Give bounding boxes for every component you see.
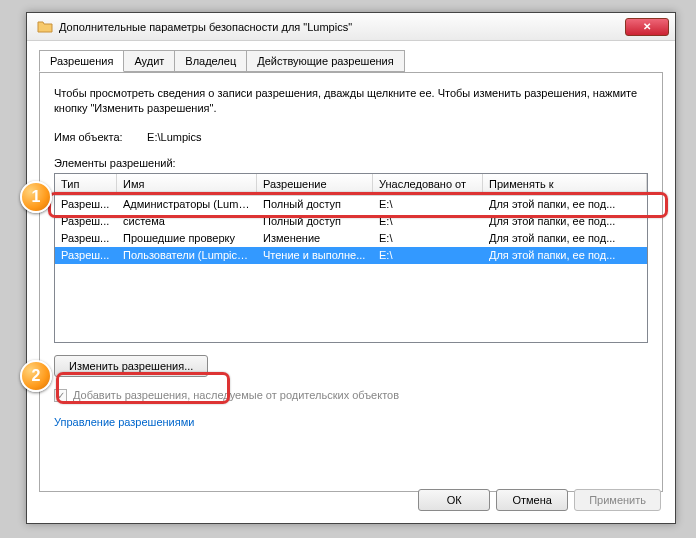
- tab-effective[interactable]: Действующие разрешения: [246, 50, 404, 72]
- close-button[interactable]: ✕: [625, 18, 669, 36]
- ok-button[interactable]: ОК: [418, 489, 490, 511]
- col-permission[interactable]: Разрешение: [257, 174, 373, 195]
- description-text: Чтобы просмотреть сведения о записи разр…: [54, 86, 648, 117]
- annotation-marker-2: 2: [20, 360, 52, 392]
- cancel-button[interactable]: Отмена: [496, 489, 568, 511]
- table-row[interactable]: Разреш... Прошедшие проверку Изменение E…: [55, 230, 647, 247]
- inherit-checkbox-label: Добавить разрешения, наследуемые от роди…: [73, 389, 399, 401]
- table-row[interactable]: Разреш... Администраторы (Lumpi... Полны…: [55, 196, 647, 213]
- dialog-footer: ОК Отмена Применить: [418, 489, 661, 511]
- tab-panel: Чтобы просмотреть сведения о записи разр…: [39, 72, 663, 492]
- tab-audit[interactable]: Аудит: [123, 50, 175, 72]
- table-header: Тип Имя Разрешение Унаследовано от Приме…: [55, 174, 647, 196]
- security-dialog: Дополнительные параметры безопасности дл…: [26, 12, 676, 524]
- col-type[interactable]: Тип: [55, 174, 117, 195]
- edit-permissions-button[interactable]: Изменить разрешения...: [54, 355, 208, 377]
- inherit-checkbox-row: ✓ Добавить разрешения, наследуемые от ро…: [54, 389, 648, 402]
- apply-button[interactable]: Применить: [574, 489, 661, 511]
- table-row-selected[interactable]: Разреш... Пользователи (Lumpics-... Чтен…: [55, 247, 647, 264]
- manage-permissions-link[interactable]: Управление разрешениями: [54, 416, 194, 428]
- titlebar: Дополнительные параметры безопасности дл…: [27, 13, 675, 41]
- col-apply[interactable]: Применять к: [483, 174, 647, 195]
- permissions-list-label: Элементы разрешений:: [54, 157, 648, 169]
- folder-icon: [37, 19, 53, 35]
- col-inherited[interactable]: Унаследовано от: [373, 174, 483, 195]
- annotation-marker-1: 1: [20, 181, 52, 213]
- close-icon: ✕: [643, 22, 651, 32]
- tab-strip: Разрешения Аудит Владелец Действующие ра…: [39, 50, 663, 73]
- object-name-row: Имя объекта: E:\Lumpics: [54, 131, 648, 143]
- table-row[interactable]: Разреш... система Полный доступ E:\ Для …: [55, 213, 647, 230]
- tab-owner[interactable]: Владелец: [174, 50, 247, 72]
- window-title: Дополнительные параметры безопасности дл…: [59, 21, 625, 33]
- object-name-label: Имя объекта:: [54, 131, 144, 143]
- permissions-table[interactable]: Тип Имя Разрешение Унаследовано от Приме…: [54, 173, 648, 343]
- inherit-checkbox: ✓: [54, 389, 67, 402]
- object-name-value: E:\Lumpics: [147, 131, 201, 143]
- col-name[interactable]: Имя: [117, 174, 257, 195]
- tab-permissions[interactable]: Разрешения: [39, 50, 124, 72]
